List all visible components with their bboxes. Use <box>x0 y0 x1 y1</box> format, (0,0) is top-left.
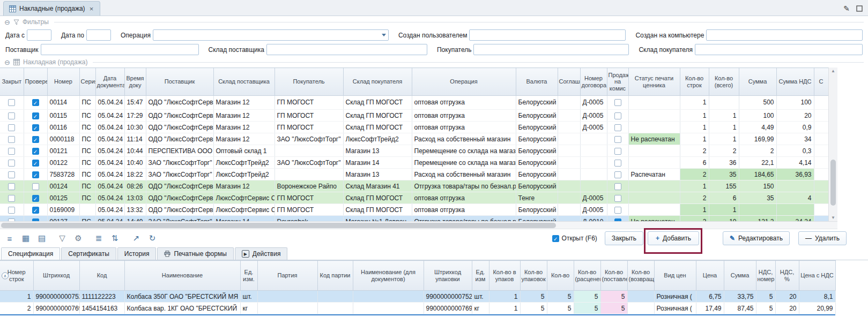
cell[interactable]: 05.04.24 <box>95 110 124 122</box>
cell[interactable] <box>814 204 828 216</box>
cell[interactable] <box>814 110 828 122</box>
column-header[interactable]: Сумма <box>724 261 756 291</box>
numbered-list-icon[interactable]: ≣ <box>93 233 104 243</box>
cell[interactable] <box>0 133 24 145</box>
table-row[interactable]: 00124ПС05.04.2408:26ОДО "ЛюксСофтСервисМ… <box>0 180 828 192</box>
tab-history[interactable]: История <box>117 247 157 260</box>
cell[interactable]: 05.04.24 <box>95 216 124 222</box>
cell[interactable]: 4,49 <box>739 122 776 133</box>
cell[interactable]: 6 <box>709 192 739 204</box>
cell[interactable] <box>24 145 47 157</box>
column-header[interactable]: Вид цен <box>654 261 696 291</box>
cell[interactable] <box>0 96 24 110</box>
row-checkbox[interactable] <box>32 171 39 178</box>
cell[interactable]: Склад ГП МОГОСТ <box>343 122 412 133</box>
cell[interactable]: Д-0005 <box>580 122 607 133</box>
cell[interactable] <box>628 122 680 133</box>
cell[interactable]: Магазин №1 Даврон <box>343 216 412 222</box>
cell[interactable]: 10 <box>709 216 739 222</box>
cell[interactable]: 05.04.24 <box>95 204 124 216</box>
cell[interactable] <box>24 204 47 216</box>
cell[interactable] <box>628 145 680 157</box>
supplier-store-input[interactable] <box>266 44 427 55</box>
cell[interactable]: 2 <box>0 303 33 314</box>
cell[interactable]: 17,49 <box>696 303 724 314</box>
cell[interactable]: 00115 <box>47 110 79 122</box>
cell[interactable]: Не распечатан <box>628 216 680 222</box>
cell[interactable] <box>558 169 580 180</box>
cell[interactable] <box>607 96 628 110</box>
cell[interactable]: Д-0005 <box>580 96 607 110</box>
cell[interactable]: 05.04.24 <box>95 169 124 180</box>
column-header[interactable]: Склад поставщика <box>213 68 275 96</box>
cell[interactable]: 100 <box>776 96 814 110</box>
cell[interactable] <box>24 122 47 133</box>
cell[interactable]: ПС <box>79 110 95 122</box>
cell[interactable]: 6,75 <box>696 291 724 303</box>
row-checkbox[interactable] <box>8 207 15 214</box>
cell[interactable]: ПС <box>79 180 95 192</box>
cell[interactable]: 36,93 <box>776 169 814 180</box>
cell[interactable]: ЗАО "ЛюксСофтТорг" <box>146 216 213 222</box>
cell[interactable]: Розничная ( <box>654 291 696 303</box>
column-header[interactable]: Код партии <box>317 261 353 291</box>
cell[interactable] <box>558 122 580 133</box>
column-header[interactable]: Кол-во (возвращено) <box>627 261 654 291</box>
row-checkbox[interactable] <box>8 160 15 167</box>
cell[interactable]: 2 <box>739 145 776 157</box>
column-header[interactable]: Штрихкод <box>33 261 79 291</box>
cell[interactable] <box>24 169 47 180</box>
cell[interactable] <box>353 291 424 303</box>
cell[interactable]: Распечатан <box>628 169 680 180</box>
cell[interactable]: ОДО "ЛюксСофтСервис <box>146 133 213 145</box>
tab-print-forms[interactable]: Печатные формы <box>157 247 233 260</box>
column-header[interactable]: Номер договора <box>580 68 607 96</box>
cell[interactable]: 500 <box>739 96 776 110</box>
cell[interactable]: 1 <box>709 133 739 145</box>
cell[interactable]: Магазин 13 <box>343 169 412 180</box>
cell[interactable] <box>607 180 628 192</box>
cell[interactable] <box>739 204 776 216</box>
cell[interactable]: 1 <box>0 291 33 303</box>
cell[interactable]: ОДО "ЛюксСофтСервис <box>146 110 213 122</box>
cell[interactable]: Белорусский <box>516 133 558 145</box>
column-header[interactable]: Продажа на комис <box>607 68 628 96</box>
cell[interactable]: 05.04.24 <box>95 96 124 110</box>
row-checkbox[interactable] <box>614 183 621 190</box>
cell[interactable]: 22,1 <box>739 157 776 169</box>
collapse-icon[interactable]: ⊖ <box>4 58 10 66</box>
column-header[interactable]: Кол-во (всего) <box>709 68 739 96</box>
cell[interactable]: 0169009 <box>47 204 79 216</box>
cell[interactable]: 05.04.24 <box>95 145 124 157</box>
cell[interactable]: Розничная ( <box>654 303 696 314</box>
cell[interactable]: 1111122223 <box>79 291 124 303</box>
column-header[interactable]: Кол-во (поставлено) <box>600 261 627 291</box>
add-button[interactable]: + Добавить <box>648 231 699 245</box>
cell[interactable]: 155 <box>709 180 739 192</box>
settings-gear-icon[interactable]: ⚙ <box>73 233 84 243</box>
column-header[interactable]: НДС, % <box>775 261 799 291</box>
cell[interactable]: ОДО "ЛюксСофтСервис <box>146 122 213 133</box>
row-checkbox[interactable] <box>32 183 39 190</box>
cell[interactable]: Перемещение со склада на магазин <box>412 157 516 169</box>
cell[interactable]: ПС <box>79 157 95 169</box>
cell[interactable]: 05.04.24 <box>95 180 124 192</box>
cell[interactable]: 5 <box>574 303 600 314</box>
cell[interactable]: 33,75 <box>724 291 756 303</box>
column-header[interactable]: Операция <box>412 68 516 96</box>
table-row[interactable]: 199000000007521111122223Колбаса 350Г ОАО… <box>0 291 835 303</box>
cell[interactable] <box>580 145 607 157</box>
cell[interactable] <box>628 96 680 110</box>
vertical-scroll-thumb[interactable] <box>830 160 836 206</box>
cell[interactable]: 24,24 <box>776 216 814 222</box>
cell[interactable]: 5 <box>520 303 547 314</box>
cell[interactable]: ЛюксСофтТрейд2 <box>343 133 412 145</box>
cell[interactable] <box>814 96 828 110</box>
cell[interactable]: 1 <box>680 122 709 133</box>
cell[interactable] <box>24 180 47 192</box>
cell[interactable]: Перемещение со склада на магазин <box>412 145 516 157</box>
cell[interactable]: ЗАО "ЛюксСофтТорг" <box>275 157 343 169</box>
cell[interactable]: ЛюксСофтТрейд2 <box>213 169 275 180</box>
cell[interactable]: 20,99 <box>799 303 835 314</box>
cell[interactable]: оптовая отгрузка <box>412 204 516 216</box>
